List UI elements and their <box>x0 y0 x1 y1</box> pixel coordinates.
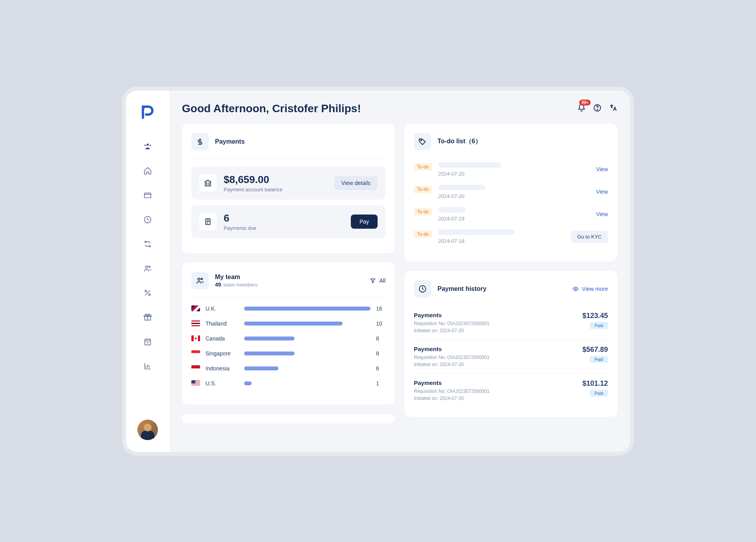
nav-home-icon[interactable] <box>139 162 156 179</box>
team-bar <box>244 322 343 326</box>
team-bar <box>244 351 295 355</box>
filter-icon <box>370 277 376 284</box>
svg-rect-4 <box>145 193 151 198</box>
team-country: Indonesia <box>206 365 239 372</box>
payments-title: Payments <box>215 138 245 145</box>
svg-point-0 <box>143 106 145 109</box>
flag-icon <box>191 365 200 371</box>
svg-point-7 <box>149 245 151 247</box>
team-filter-label: All <box>379 277 385 284</box>
history-row-init: Initiated on: 2024-07-20 <box>414 395 489 402</box>
team-row: U.S. 1 <box>191 380 385 387</box>
todo-date: 2024-07-20 <box>438 171 590 177</box>
app-logo <box>138 102 158 122</box>
flag-icon <box>191 320 200 326</box>
todo-date: 2024-07-19 <box>438 216 590 222</box>
status-chip: Paid <box>590 356 608 363</box>
history-rows: Payments Requisition No: OIA202307200000… <box>414 309 608 407</box>
team-count: 49 <box>215 281 221 288</box>
flag-icon <box>191 350 200 356</box>
nav-clock-icon[interactable] <box>139 211 156 228</box>
history-row-init: Initiated on: 2024-07-20 <box>414 327 489 334</box>
notification-button[interactable]: 99+ <box>577 104 586 114</box>
flag-icon <box>191 335 200 341</box>
due-label: Payments due <box>224 225 344 231</box>
view-more-label: View more <box>582 286 608 292</box>
history-row-title: Payments <box>414 346 489 352</box>
svg-point-1 <box>146 143 149 146</box>
todo-skeleton <box>438 229 515 235</box>
clock-icon <box>414 280 431 298</box>
svg-point-3 <box>150 144 151 146</box>
main-content: Good Afternoon, Cristofer Philips! 99+ <box>169 91 630 452</box>
nav-gift-icon[interactable] <box>139 309 156 326</box>
team-bar <box>244 307 371 311</box>
history-row: Payments Requisition No: OIA202307200000… <box>414 374 608 407</box>
team-card: My team 49 team members All U.K. <box>182 263 395 405</box>
header: Good Afternoon, Cristofer Philips! 99+ <box>182 102 617 115</box>
todo-view-link[interactable]: View <box>596 189 608 195</box>
due-value: 6 <box>224 212 344 224</box>
user-avatar[interactable] <box>137 420 158 440</box>
team-country: Canada <box>206 335 239 342</box>
view-details-button[interactable]: View details <box>334 176 378 190</box>
nav-chart-icon[interactable] <box>139 357 156 375</box>
receipt-icon <box>199 213 217 230</box>
svg-point-2 <box>145 144 146 146</box>
team-country: U.S. <box>206 380 239 387</box>
team-bar-track <box>244 322 371 326</box>
history-row-req: Requisition No: OIA2023072000001 <box>414 320 489 327</box>
pay-button[interactable]: Pay <box>351 215 378 229</box>
history-card: Payment history View more Payments Requi… <box>404 271 617 417</box>
team-country: Thailand <box>206 320 239 327</box>
help-button[interactable] <box>593 104 602 114</box>
team-row-count: 1 <box>376 380 385 387</box>
svg-rect-13 <box>145 339 151 345</box>
todo-row: To-do 2024-07-19 View <box>414 207 608 222</box>
team-row: Canada 8 <box>191 335 385 342</box>
due-stat: 6 Payments due Pay <box>191 205 385 238</box>
team-bar <box>244 381 252 385</box>
app-frame: Good Afternoon, Cristofer Philips! 99+ <box>126 91 630 452</box>
nav-calendar-icon[interactable] <box>139 333 156 350</box>
todo-view-link[interactable]: View <box>596 166 608 172</box>
todo-card: To-do list（6） To-do 2024-07-20 View To-d… <box>404 124 617 261</box>
nav-people-icon[interactable] <box>139 260 156 277</box>
svg-point-11 <box>148 294 150 296</box>
view-more-button[interactable]: View more <box>573 286 608 292</box>
dollar-icon <box>191 133 209 150</box>
team-bar-track <box>244 307 371 311</box>
content-grid: Payments $8,659.00 Payment account balan… <box>182 124 617 424</box>
todo-row: To-do 2024-07-20 View <box>414 162 608 177</box>
notification-badge: 99+ <box>579 100 591 105</box>
team-row: Indonesia 6 <box>191 365 385 372</box>
todo-row: To-do 2024-07-18 Go to KYC <box>414 229 608 244</box>
team-row: U.K. 16 <box>191 305 385 312</box>
team-row: Singapore 8 <box>191 350 385 357</box>
todo-skeleton <box>438 185 485 190</box>
go-to-kyc-button[interactable]: Go to KYC <box>571 231 608 243</box>
history-amount: $567.89 <box>582 346 608 354</box>
flag-icon <box>191 305 200 311</box>
payments-card: Payments $8,659.00 Payment account balan… <box>182 124 395 253</box>
todo-tag: To-do <box>414 185 432 193</box>
nav-route-icon[interactable] <box>139 235 156 253</box>
svg-point-15 <box>597 109 597 109</box>
status-chip: Paid <box>590 322 608 329</box>
translate-button[interactable] <box>609 104 617 114</box>
team-bar <box>244 366 278 370</box>
svg-point-19 <box>421 139 422 141</box>
team-count-label: team members <box>224 282 258 288</box>
nav-card-icon[interactable] <box>139 187 156 204</box>
history-row-req: Requisition No: OIA2023072000001 <box>414 354 489 361</box>
history-amount: $123.45 <box>582 312 608 320</box>
nav-percent-icon[interactable] <box>139 284 156 302</box>
svg-point-21 <box>575 288 576 290</box>
sidebar <box>126 91 169 452</box>
team-bar-track <box>244 366 371 370</box>
team-filter-button[interactable]: All <box>370 277 385 284</box>
nav-team-icon[interactable] <box>139 138 156 155</box>
todo-view-link[interactable]: View <box>596 211 608 217</box>
balance-label: Payment account balance <box>224 187 327 192</box>
team-rows: U.K. 16 Thailand 10 Canada 8 Singapore 8… <box>191 305 385 387</box>
